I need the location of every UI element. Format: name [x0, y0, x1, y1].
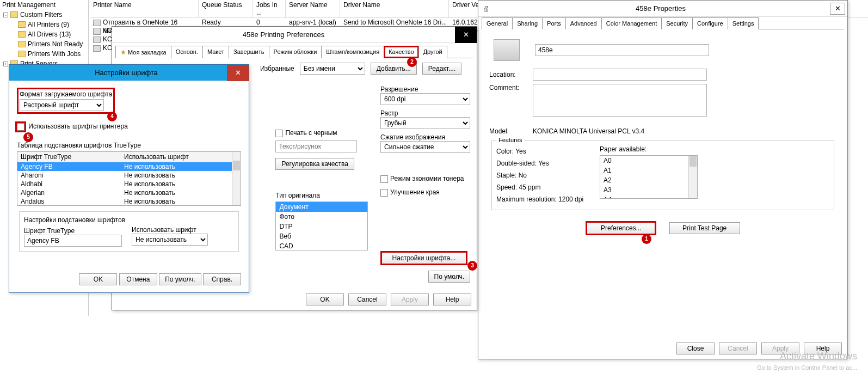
table-label: Таблица подстановки шрифтов TrueType	[17, 142, 241, 149]
badge-4: 4	[107, 112, 117, 121]
font-dlg-title: Настройки шрифта	[9, 69, 227, 77]
tree-header: Print Management	[0, 0, 88, 10]
tree-item[interactable]: -Custom Filters	[0, 10, 88, 20]
tab[interactable]: Завершить	[229, 46, 269, 58]
column-header[interactable]: Driver Name	[340, 0, 449, 17]
use-select[interactable]: Не использовать	[132, 234, 208, 246]
tree-item[interactable]: All Printers (9)	[0, 20, 88, 29]
raster-label: Растр	[380, 109, 470, 117]
features-group: Features	[496, 137, 524, 143]
close-button[interactable]: ✕	[455, 27, 477, 43]
comment-input[interactable]	[533, 84, 707, 117]
tree-item[interactable]: Printers Not Ready	[0, 39, 88, 49]
tab-ports[interactable]: Ports	[542, 17, 566, 29]
cancel-button[interactable]: Отмена	[119, 273, 157, 285]
badge-5: 5	[23, 132, 33, 142]
tab-configure[interactable]: Configure	[692, 17, 728, 29]
help-button[interactable]: Справ.	[203, 273, 241, 285]
format-label: Формат загружаемого шрифта	[20, 90, 112, 98]
scrollbar[interactable]	[232, 152, 241, 205]
tree-item[interactable]: All Drivers (13)	[0, 29, 88, 39]
favorites-select[interactable]: Без имени	[300, 63, 365, 75]
default-button[interactable]: По умолч.	[428, 271, 470, 283]
tab-sharing[interactable]: Sharing	[512, 17, 543, 29]
comment-label: Comment:	[489, 84, 533, 91]
tab-settings[interactable]: Settings	[728, 17, 759, 29]
model-value: KONICA MINOLTA Universal PCL v3.4	[533, 127, 644, 135]
tab[interactable]: Макет	[202, 46, 229, 58]
tab[interactable]: Режим обложки	[269, 46, 322, 58]
tt-label: Шрифт TrueType	[24, 227, 126, 235]
tab[interactable]: Штамп/композиция	[321, 46, 384, 58]
apply-button: Apply	[391, 293, 429, 305]
watermark-sub: Go to System in Control Panel to ac...	[757, 364, 857, 371]
format-select[interactable]: Растровый шрифт	[20, 99, 104, 111]
apply-button: Apply	[761, 343, 799, 354]
badge-3: 3	[467, 261, 477, 271]
original-type-list[interactable]: ДокументФотоDTPВебCAD	[275, 201, 368, 250]
badge-1: 1	[642, 234, 651, 244]
ok-button[interactable]: OK	[79, 273, 117, 285]
print-test-button[interactable]: Print Test Page	[669, 222, 740, 234]
tt-value	[24, 235, 122, 247]
location-input[interactable]	[533, 69, 707, 81]
properties-title: 458e Properties	[494, 4, 828, 13]
cancel-button[interactable]: Cancel	[348, 293, 386, 305]
toner-save-checkbox[interactable]	[380, 175, 388, 183]
font-table[interactable]: Шрифт TrueTypeИспользовать шрифт Agency …	[17, 151, 241, 206]
close-button[interactable]: Close	[676, 343, 715, 354]
help-button[interactable]: Help	[804, 343, 842, 354]
original-type-label: Тип оригинала	[275, 192, 370, 199]
tree-item[interactable]: Printers With Jobs	[0, 49, 88, 59]
column-header[interactable]: Jobs In ...	[253, 0, 286, 17]
column-header[interactable]: Printer Name	[90, 0, 199, 17]
paper-label: Paper available:	[600, 145, 698, 153]
compression-label: Сжатие изображения	[380, 133, 470, 141]
properties-dialog: 🖨 458e Properties ✕ GeneralSharingPortsA…	[478, 0, 848, 359]
compression-select[interactable]: Сильное сжатие	[380, 141, 470, 153]
preferences-button[interactable]: Preferences...	[586, 221, 656, 235]
favorites-label: Избранные	[260, 65, 294, 72]
resolution-label: Разрешение	[380, 85, 470, 93]
paper-list[interactable]: A0A1A2A3A4	[600, 155, 698, 199]
tab-general[interactable]: General	[482, 17, 513, 29]
print-black-checkbox[interactable]	[275, 130, 283, 137]
tab[interactable]: Основн.	[171, 46, 203, 58]
resolution-select[interactable]: 600 dpi	[380, 93, 470, 105]
quality-button[interactable]: Регулировка качества	[275, 158, 354, 170]
sub-label: Настройки подстановки шрифтов	[24, 216, 126, 224]
badge-2: 2	[407, 57, 417, 67]
help-button[interactable]: Help	[433, 293, 471, 305]
ok-button[interactable]: OK	[306, 293, 344, 305]
raster-select[interactable]: Грубый	[380, 117, 470, 129]
printer-name-input[interactable]	[535, 44, 709, 56]
tab[interactable]: Качество	[384, 46, 419, 58]
tab[interactable]: ★ Моя закладка	[115, 46, 171, 58]
pref-title: 458e Printing Preferences	[112, 30, 455, 39]
printer-image	[494, 39, 520, 61]
font-settings-dialog: Настройки шрифта ✕ Формат загружаемого ш…	[9, 64, 249, 293]
scrollbar[interactable]	[688, 156, 697, 198]
use-label: Использовать шрифт	[132, 226, 234, 234]
close-button[interactable]: ✕	[227, 65, 249, 81]
tab-color management[interactable]: Color Management	[601, 17, 662, 29]
edge-enhance-checkbox[interactable]	[380, 189, 388, 197]
text-image-input	[275, 140, 357, 152]
printer-icon: 🖨	[483, 5, 494, 13]
column-header[interactable]: Queue Status	[199, 0, 253, 17]
edit-button[interactable]: Редакт....	[422, 63, 461, 75]
location-label: Location:	[489, 71, 533, 78]
font-settings-button[interactable]: Настройки шрифта...	[380, 251, 467, 265]
cancel-button: Cancel	[719, 343, 757, 354]
tab-security[interactable]: Security	[661, 17, 693, 29]
default-button[interactable]: По умолч.	[159, 273, 201, 285]
model-label: Model:	[489, 127, 533, 135]
tab[interactable]: Другой	[418, 46, 447, 58]
close-button[interactable]: ✕	[830, 3, 845, 15]
tab-advanced[interactable]: Advanced	[565, 17, 602, 29]
column-header[interactable]: Server Name	[286, 0, 340, 17]
use-printer-fonts-checkbox[interactable]	[17, 123, 24, 131]
